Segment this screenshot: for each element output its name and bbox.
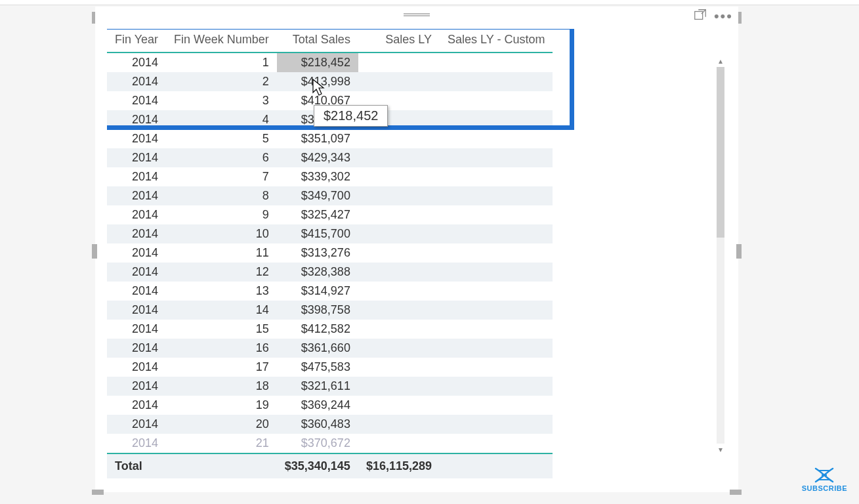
cell-week[interactable]: 7 (166, 167, 277, 186)
cell-week[interactable]: 4 (166, 110, 277, 129)
cell-year[interactable]: 2014 (107, 434, 166, 453)
cell-lyc[interactable] (440, 110, 553, 129)
cell-total[interactable]: $361,660 (277, 339, 358, 358)
cell-ly[interactable] (358, 282, 440, 301)
cell-year[interactable]: 2014 (107, 110, 166, 129)
cell-total[interactable]: $429,343 (277, 148, 358, 167)
cell-lyc[interactable] (440, 339, 553, 358)
cell-ly[interactable] (358, 129, 440, 148)
cell-ly[interactable] (358, 243, 440, 262)
cell-week[interactable]: 17 (166, 358, 277, 377)
cell-lyc[interactable] (440, 320, 553, 339)
cell-total[interactable]: $369,244 (277, 396, 358, 415)
cell-lyc[interactable] (440, 262, 553, 282)
table-row[interactable]: 201412$328,388 (107, 262, 553, 282)
cell-lyc[interactable] (440, 358, 553, 377)
cell-year[interactable]: 2014 (107, 396, 166, 415)
cell-week[interactable]: 8 (166, 186, 277, 205)
cell-year[interactable]: 2014 (107, 52, 166, 72)
resize-handle[interactable] (730, 490, 742, 495)
cell-lyc[interactable] (440, 148, 553, 167)
cell-ly[interactable] (358, 434, 440, 453)
cell-year[interactable]: 2014 (107, 339, 166, 358)
cell-year[interactable]: 2014 (107, 129, 166, 148)
cell-week[interactable]: 16 (166, 339, 277, 358)
cell-year[interactable]: 2014 (107, 186, 166, 205)
cell-week[interactable]: 15 (166, 320, 277, 339)
table-row[interactable]: 20149$325,427 (107, 205, 553, 224)
cell-lyc[interactable] (440, 129, 553, 148)
cell-ly[interactable] (358, 396, 440, 415)
col-total-sales[interactable]: Total Sales (277, 29, 358, 52)
resize-handle[interactable] (92, 490, 104, 495)
table-row[interactable]: 201414$398,758 (107, 301, 553, 320)
cell-total[interactable]: $339,302 (277, 167, 358, 186)
cell-lyc[interactable] (440, 224, 553, 243)
cell-week[interactable]: 6 (166, 148, 277, 167)
cell-week[interactable]: 21 (166, 434, 277, 453)
cell-year[interactable]: 2014 (107, 205, 166, 224)
cell-year[interactable]: 2014 (107, 167, 166, 186)
table-row[interactable]: 20147$339,302 (107, 167, 553, 186)
cell-total[interactable]: $349,700 (277, 186, 358, 205)
cell-lyc[interactable] (440, 167, 553, 186)
table-row[interactable]: 201420$360,483 (107, 415, 553, 434)
cell-ly[interactable] (358, 301, 440, 320)
scroll-up-icon[interactable]: ▴ (715, 55, 726, 67)
table-row[interactable]: 201416$361,660 (107, 339, 553, 358)
cell-total[interactable]: $360,483 (277, 415, 358, 434)
cell-total[interactable]: $475,583 (277, 358, 358, 377)
cell-lyc[interactable] (440, 243, 553, 262)
cell-week[interactable]: 18 (166, 377, 277, 396)
cell-year[interactable]: 2014 (107, 282, 166, 301)
cell-ly[interactable] (358, 72, 440, 91)
cell-total[interactable]: $412,582 (277, 320, 358, 339)
col-fin-year[interactable]: Fin Year (107, 29, 166, 52)
cell-year[interactable]: 2014 (107, 243, 166, 262)
cell-week[interactable]: 19 (166, 396, 277, 415)
cell-week[interactable]: 20 (166, 415, 277, 434)
cell-week[interactable]: 9 (166, 205, 277, 224)
resize-handle[interactable] (738, 12, 742, 24)
table-row[interactable]: 201419$369,244 (107, 396, 553, 415)
cell-week[interactable]: 10 (166, 224, 277, 243)
scroll-down-icon[interactable]: ▾ (715, 444, 726, 455)
table-row[interactable]: 20148$349,700 (107, 186, 553, 205)
cell-year[interactable]: 2014 (107, 72, 166, 91)
cell-lyc[interactable] (440, 282, 553, 301)
cell-ly[interactable] (358, 167, 440, 186)
resize-handle[interactable] (736, 244, 742, 259)
cell-year[interactable]: 2014 (107, 224, 166, 243)
col-sales-ly[interactable]: Sales LY (358, 29, 440, 52)
drag-handle-icon[interactable] (404, 13, 430, 16)
cell-lyc[interactable] (440, 205, 553, 224)
cell-week[interactable]: 12 (166, 262, 277, 282)
table-row[interactable]: 201418$321,611 (107, 377, 553, 396)
cell-lyc[interactable] (440, 186, 553, 205)
table-row[interactable]: 201413$314,927 (107, 282, 553, 301)
cell-total[interactable]: $218,452 (277, 52, 358, 72)
cell-ly[interactable] (358, 262, 440, 282)
cell-year[interactable]: 2014 (107, 262, 166, 282)
cell-ly[interactable] (358, 415, 440, 434)
cell-year[interactable]: 2014 (107, 301, 166, 320)
cell-total[interactable]: $413,998 (277, 72, 358, 91)
scroll-track[interactable] (717, 67, 724, 444)
cell-total[interactable]: $328,388 (277, 262, 358, 282)
cell-ly[interactable] (358, 358, 440, 377)
cell-ly[interactable] (358, 52, 440, 72)
cell-year[interactable]: 2014 (107, 91, 166, 110)
subscribe-badge[interactable]: SUBSCRIBE (802, 467, 847, 492)
cell-ly[interactable] (358, 224, 440, 243)
cell-ly[interactable] (358, 148, 440, 167)
focus-mode-icon[interactable] (693, 8, 707, 25)
cell-lyc[interactable] (440, 301, 553, 320)
resize-handle[interactable] (92, 244, 97, 259)
resize-handle[interactable] (92, 12, 95, 24)
cell-ly[interactable] (358, 186, 440, 205)
cell-total[interactable]: $314,927 (277, 282, 358, 301)
vertical-scrollbar[interactable]: ▴ ▾ (715, 55, 726, 455)
cell-total[interactable]: $398,758 (277, 301, 358, 320)
cell-ly[interactable] (358, 339, 440, 358)
table-row[interactable]: 201417$475,583 (107, 358, 553, 377)
